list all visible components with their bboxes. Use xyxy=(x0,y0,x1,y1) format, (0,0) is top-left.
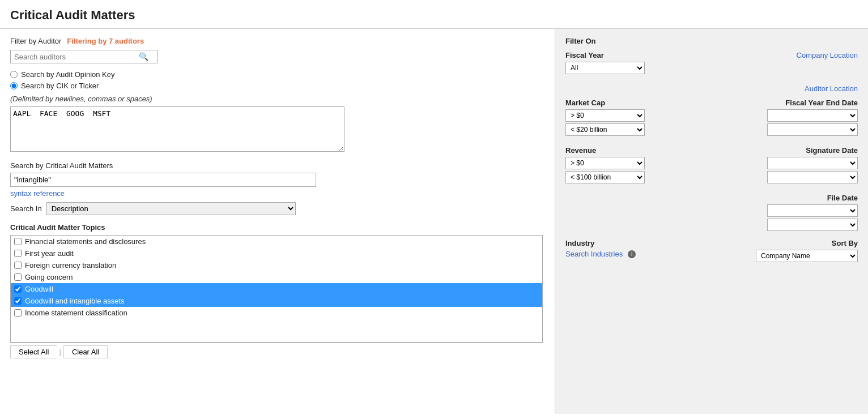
cam-search-input[interactable] xyxy=(10,173,316,187)
radio-audit-opinion-label: Search by Audit Opinion Key xyxy=(21,70,115,79)
page-title: Critical Audit Matters xyxy=(0,0,868,29)
topic-income-statement: Income statement classification xyxy=(11,307,542,319)
auditor-location-section: Auditor Location xyxy=(565,84,858,93)
market-cap-section: Market Cap > $0 > $1 billion > $10 billi… xyxy=(565,99,645,136)
search-auditors-input[interactable] xyxy=(14,53,139,61)
revenue-min-select[interactable]: > $0 > $1 billion xyxy=(565,157,645,169)
topic-going-concern-checkbox[interactable] xyxy=(14,273,22,281)
revenue-label: Revenue xyxy=(565,146,645,155)
topic-income-statement-checkbox[interactable] xyxy=(14,309,22,317)
topic-foreign-currency-label: Foreign currency translation xyxy=(25,261,116,270)
topic-goodwill-intangible-checkbox[interactable] xyxy=(14,297,22,305)
radio-cik-ticker-input[interactable] xyxy=(10,82,18,89)
radio-audit-opinion: Search by Audit Opinion Key xyxy=(10,70,544,79)
search-auditors-box: 🔍 xyxy=(10,50,158,63)
topics-list-container[interactable]: Financial statements and disclosures Fir… xyxy=(10,235,543,343)
topic-goodwill-intangible-label: Goodwill and intangible assets xyxy=(25,297,125,305)
auditor-location-link[interactable]: Auditor Location xyxy=(805,84,858,93)
radio-cik-ticker-label: Search by CIK or Ticker xyxy=(21,82,99,90)
topic-going-concern-label: Going concern xyxy=(25,273,73,281)
ticker-textarea[interactable]: AAPL FACE GOOG MSFT xyxy=(10,106,344,152)
industry-row: Search Industries i xyxy=(565,250,636,258)
file-date-section: File Date xyxy=(565,194,858,231)
select-all-button[interactable]: Select All xyxy=(10,345,57,358)
industry-info-icon[interactable]: i xyxy=(628,250,636,258)
revenue-max-select[interactable]: < $100 billion < $50 billion No limit xyxy=(565,171,645,183)
signature-date-to-select[interactable] xyxy=(767,171,858,183)
search-industries-link[interactable]: Search Industries xyxy=(565,250,623,258)
left-panel: Filter by Auditor Filtering by 7 auditor… xyxy=(0,29,555,414)
filtering-badge: Filtering by 7 auditors xyxy=(67,37,144,45)
topics-list: Financial statements and disclosures Fir… xyxy=(11,236,542,319)
fiscal-year-end-date-label: Fiscal Year End Date xyxy=(767,99,858,107)
topic-financial-statements-label: Financial statements and disclosures xyxy=(25,237,146,246)
search-in-row: Search In Description Title Both xyxy=(10,202,544,215)
signature-date-section: Signature Date xyxy=(767,146,858,183)
file-date-from-select[interactable] xyxy=(767,204,858,217)
company-location-link[interactable]: Company Location xyxy=(797,51,858,59)
topic-first-year-audit-label: First year audit xyxy=(25,249,74,258)
file-date-to-select[interactable] xyxy=(767,219,858,231)
topic-foreign-currency: Foreign currency translation xyxy=(11,259,542,271)
topic-goodwill: Goodwill xyxy=(11,283,542,295)
fiscal-year-end-date-from-select[interactable] xyxy=(767,109,858,122)
sort-by-label: Sort By xyxy=(756,239,858,247)
sort-by-select[interactable]: Company Name Market Cap Revenue File Dat… xyxy=(756,250,858,262)
radio-audit-opinion-input[interactable] xyxy=(10,71,18,78)
filter-on-label: Filter On xyxy=(565,37,858,45)
company-location-section: Company Location xyxy=(797,51,858,59)
topic-goodwill-checkbox[interactable] xyxy=(14,285,22,293)
market-cap-label: Market Cap xyxy=(565,99,645,107)
search-in-label: Search In xyxy=(10,204,42,213)
fiscal-year-end-date-to-select[interactable] xyxy=(767,123,858,136)
fiscal-year-select[interactable]: All 2023 2022 2021 2020 xyxy=(565,62,645,74)
industry-label: Industry xyxy=(565,239,636,247)
topic-first-year-audit: First year audit xyxy=(11,247,542,259)
topic-income-statement-label: Income statement classification xyxy=(25,309,127,317)
industry-section: Industry Search Industries i xyxy=(565,239,636,258)
clear-all-button[interactable]: Clear All xyxy=(63,345,108,358)
topic-goodwill-intangible: Goodwill and intangible assets xyxy=(11,295,542,307)
filter-by-auditor-row: Filter by Auditor Filtering by 7 auditor… xyxy=(10,37,544,45)
topic-goodwill-label: Goodwill xyxy=(25,285,53,293)
search-in-select[interactable]: Description Title Both xyxy=(46,202,296,215)
radio-group: Search by Audit Opinion Key Search by CI… xyxy=(10,70,544,90)
topics-footer: Select All | Clear All xyxy=(10,343,544,361)
cam-topics-label: Critical Audit Matter Topics xyxy=(10,223,544,232)
revenue-section: Revenue > $0 > $1 billion < $100 billion… xyxy=(565,146,645,183)
signature-date-label: Signature Date xyxy=(767,146,858,155)
fiscal-year-section: Fiscal Year All 2023 2022 2021 2020 xyxy=(565,51,645,74)
topic-foreign-currency-checkbox[interactable] xyxy=(14,262,22,269)
syntax-reference-link[interactable]: syntax reference xyxy=(10,189,65,198)
delimiter-label: (Delimited by newlines, commas or spaces… xyxy=(10,95,544,103)
right-panel: Filter On Fiscal Year All 2023 2022 2021… xyxy=(555,29,868,414)
signature-date-from-select[interactable] xyxy=(767,157,858,169)
industry-sort-row: Industry Search Industries i Sort By Com… xyxy=(565,239,858,262)
market-cap-max-select[interactable]: < $20 billion < $50 billion < $100 billi… xyxy=(565,123,645,136)
fiscal-year-label: Fiscal Year xyxy=(565,51,645,59)
filter-by-auditor-label: Filter by Auditor xyxy=(10,37,61,45)
radio-cik-ticker: Search by CIK or Ticker xyxy=(10,82,544,90)
search-icon[interactable]: 🔍 xyxy=(139,52,148,61)
topic-going-concern: Going concern xyxy=(11,271,542,283)
market-cap-min-select[interactable]: > $0 > $1 billion > $10 billion xyxy=(565,109,645,122)
cam-search-label: Search by Critical Audit Matters xyxy=(10,161,544,170)
topic-financial-statements-checkbox[interactable] xyxy=(14,238,22,245)
file-date-label: File Date xyxy=(565,194,858,202)
topic-financial-statements: Financial statements and disclosures xyxy=(11,236,542,247)
topic-first-year-audit-checkbox[interactable] xyxy=(14,250,22,257)
sort-by-section: Sort By Company Name Market Cap Revenue … xyxy=(756,239,858,262)
fiscal-year-end-date-section: Fiscal Year End Date xyxy=(767,99,858,136)
